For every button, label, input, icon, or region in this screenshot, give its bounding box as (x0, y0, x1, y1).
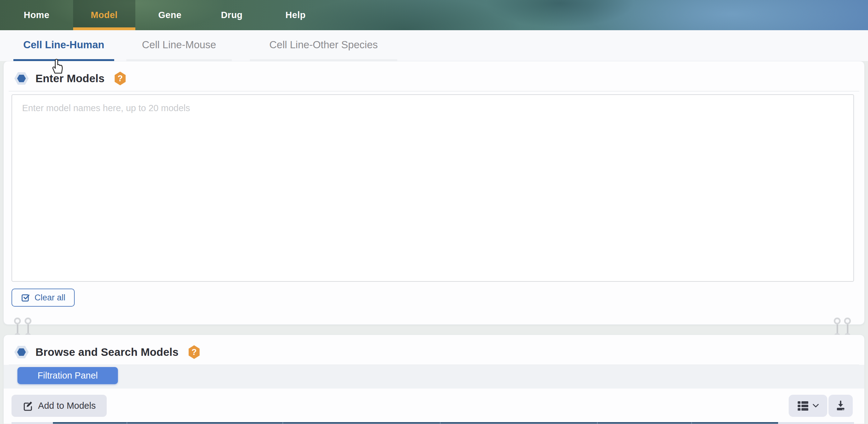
filter-toolbar (4, 365, 864, 389)
browse-search-header: Browse and Search Models ? (4, 341, 200, 363)
table-view-icon (797, 400, 809, 412)
section-title: Browse and Search Models (35, 346, 179, 358)
help-glyph: ? (192, 347, 197, 357)
nav-item-model[interactable]: Model (73, 0, 135, 30)
download-icon (835, 400, 846, 412)
nav-item-drug[interactable]: Drug (205, 0, 259, 30)
help-icon[interactable]: ? (188, 345, 200, 359)
enter-models-panel: Enter Models ? Clear all (3, 61, 865, 325)
download-button[interactable] (829, 395, 853, 417)
tab-label: Cell Line-Mouse (142, 39, 216, 51)
nav-item-gene[interactable]: Gene (135, 0, 205, 30)
tab-cell-line-human[interactable]: Cell Line-Human (13, 30, 114, 59)
edit-square-icon (22, 401, 33, 411)
results-table-header (11, 422, 854, 424)
species-tabs: Cell Line-Human Cell Line-Mouse Cell Lin… (0, 30, 868, 61)
add-to-models-label: Add to Models (38, 401, 95, 411)
nav-item-label: Model (91, 10, 118, 20)
section-bullet-icon (14, 72, 29, 85)
help-icon[interactable]: ? (114, 71, 126, 85)
view-mode-button[interactable] (789, 395, 827, 417)
filtration-panel-button[interactable]: Filtration Panel (18, 367, 118, 384)
nav-item-label: Help (286, 10, 306, 20)
nav-item-label: Home (24, 10, 50, 20)
clear-all-button[interactable]: Clear all (11, 289, 75, 307)
clear-all-label: Clear all (34, 293, 65, 303)
chevron-down-icon (813, 404, 819, 408)
clear-all-icon (21, 293, 30, 302)
tab-cell-line-other-species[interactable]: Cell Line-Other Species (250, 30, 397, 59)
add-to-models-button[interactable]: Add to Models (11, 395, 107, 417)
nav-item-label: Drug (221, 10, 243, 20)
top-navigation: Home Model Gene Drug Help (0, 0, 868, 30)
section-bullet-icon (14, 346, 29, 358)
nav-item-label: Gene (158, 10, 182, 20)
nav-item-home[interactable]: Home (0, 0, 73, 30)
nav-active-underline (73, 27, 135, 30)
section-bullet-core (17, 349, 26, 356)
tab-label: Cell Line-Other Species (270, 39, 378, 51)
model-page: Home Model Gene Drug Help Cell Line-Huma… (0, 0, 868, 424)
help-glyph: ? (118, 74, 123, 84)
tab-label: Cell Line-Human (23, 39, 104, 51)
model-names-input[interactable] (11, 94, 854, 282)
enter-models-header: Enter Models ? (4, 67, 126, 89)
browse-search-panel: Browse and Search Models ? Filtration Pa… (3, 335, 865, 424)
section-divider (9, 91, 859, 92)
section-title: Enter Models (35, 72, 104, 85)
section-bullet-core (17, 75, 26, 82)
nav-item-help[interactable]: Help (259, 0, 332, 30)
tab-cell-line-mouse[interactable]: Cell Line-Mouse (126, 30, 232, 59)
